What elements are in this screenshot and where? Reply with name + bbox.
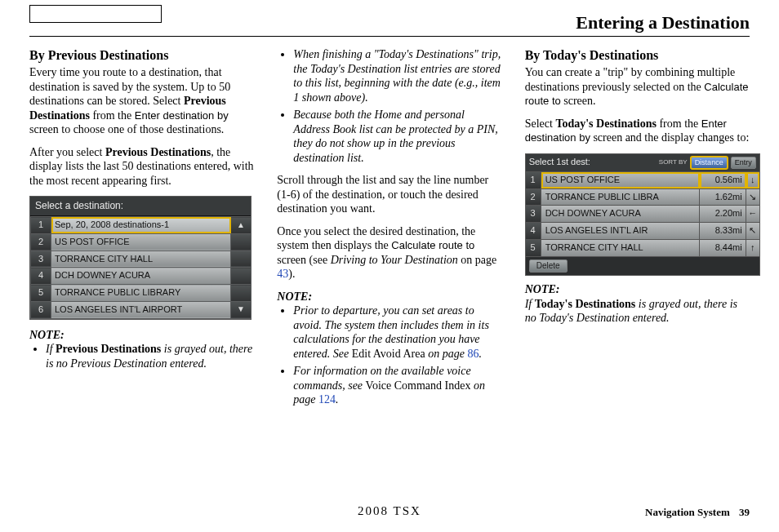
sort-entry-button[interactable]: Entry (731, 157, 756, 169)
para-today-2: Select Today's Destinations from the Ent… (525, 117, 750, 145)
direction-icon: ↑ (746, 240, 759, 256)
list-item[interactable]: 1 US POST OFFICE 0.56mi ↓ (526, 171, 759, 188)
list-item[interactable]: 4 LOS ANGELES INT'L AIR 8.33mi ↖ (526, 222, 759, 239)
note-item: For information on the available voice c… (293, 364, 501, 407)
text: ). (288, 268, 295, 280)
footer-right: Navigation System 39 (645, 506, 750, 519)
text: from the (657, 117, 701, 130)
scroll-down-icon[interactable]: ▼ (231, 301, 252, 318)
nav2-header: Select 1st dest: SORT BY Distance Entry (526, 154, 759, 171)
para-prev-1: Every time you route to a destination, t… (29, 65, 254, 137)
list-item[interactable]: 2 US POST OFFICE (31, 233, 252, 250)
list-item-label: US POST OFFICE (51, 233, 231, 250)
para-scroll: Scroll through the list and say the line… (277, 173, 501, 216)
list-item-distance: 8.44mi (700, 240, 746, 256)
note-heading: NOTE: (29, 328, 254, 343)
scrollbar-track (231, 233, 252, 250)
text: If (525, 298, 535, 310)
page-title: Entering a Destination (576, 11, 750, 34)
direction-icon: ↘ (746, 189, 759, 206)
italic-ref: Driving to Your Destination (331, 254, 458, 266)
text: from the (90, 109, 135, 122)
list-item[interactable]: 1 Sep, 20, 2008 destinations-1 ▲ (31, 217, 252, 234)
list-item-distance: 2.20mi (700, 206, 746, 222)
scroll-up-icon[interactable]: ▲ (231, 217, 252, 234)
header-rule (29, 36, 750, 37)
list-item[interactable]: 5 TORRANCE CITY HALL 8.44mi ↑ (526, 239, 759, 256)
bold-term: Today's Destinations (535, 298, 636, 310)
page-number: 39 (739, 506, 750, 518)
list-item[interactable]: 3 DCH DOWNEY ACURA 2.20mi ← (526, 205, 759, 222)
nav-screen-title: Select a destination: (30, 197, 251, 216)
direction-icon: ↓ (746, 172, 759, 188)
text: . (336, 393, 339, 406)
text: on page (458, 254, 496, 266)
list-item-num: 3 (31, 250, 51, 268)
note-heading: NOTE: (525, 282, 750, 297)
note-item: Prior to departure, you can set areas to… (293, 304, 501, 361)
top-empty-box (29, 5, 162, 23)
list-item-num: 2 (31, 233, 51, 250)
text: Select (525, 117, 556, 130)
footer-label: Navigation System (645, 506, 730, 518)
note-list: Prior to departure, you can set areas to… (277, 304, 501, 407)
sort-distance-button[interactable]: Distance (691, 157, 728, 169)
list-item-num: 4 (31, 268, 51, 285)
list-item[interactable]: 3 TORRANCE CITY HALL (31, 250, 252, 268)
heading-todays-destinations: By Today's Destinations (525, 47, 750, 64)
list-item-distance: 1.62mi (700, 189, 746, 206)
ui-term: Edit Avoid Area (352, 348, 425, 360)
columns: By Previous Destinations Every time you … (29, 47, 750, 483)
text: screen to choose one of those destinatio… (29, 123, 224, 135)
text: on page (425, 348, 468, 360)
nav2-footer: Delete (526, 256, 759, 276)
list-item-label: LOS ANGELES INT'L AIRPORT (51, 301, 231, 318)
page-link[interactable]: 86 (467, 348, 479, 360)
ui-term: Voice Command Index (366, 379, 471, 392)
col-3: By Today's Destinations You can create a… (525, 47, 750, 483)
text: After you select (29, 146, 105, 158)
list-item-label: TORRANCE PUBLIC LIBRA (541, 189, 700, 206)
page-link[interactable]: 124 (318, 393, 336, 406)
list-item-label: US POST OFFICE (541, 172, 700, 188)
list-item-label: DCH DOWNEY ACURA (541, 206, 700, 222)
list-item-num: 1 (31, 217, 51, 234)
list-item-num: 1 (526, 172, 541, 188)
para-today-1: You can create a "trip" by combining mul… (525, 65, 750, 109)
note-item: If Today's Destinations is grayed out, t… (525, 297, 750, 326)
scrollbar-track (231, 250, 252, 268)
delete-button[interactable]: Delete (529, 259, 568, 273)
bold-term: Previous Destinations (105, 146, 211, 158)
direction-icon: ← (746, 206, 759, 222)
list-item-num: 4 (526, 223, 541, 239)
page-link[interactable]: 43 (277, 268, 288, 280)
bold-term: Today's Destinations (555, 117, 657, 130)
note-list-continued: When finishing a "Today's Destinations" … (277, 47, 501, 165)
sort-by-label: SORT BY (659, 158, 688, 166)
note-item: Because both the Home and personal Addre… (293, 108, 501, 165)
scrollbar-track (231, 268, 252, 285)
list-item[interactable]: 5 TORRANCE PUBLIC LIBRARY (31, 285, 252, 302)
list-item-num: 6 (31, 301, 51, 318)
list-item-label: Sep, 20, 2008 destinations-1 (51, 217, 231, 234)
text: . (479, 348, 482, 360)
nav-screen-select-destination: Select a destination: 1 Sep, 20, 2008 de… (29, 196, 252, 320)
col-2: When finishing a "Today's Destinations" … (277, 47, 501, 483)
direction-icon: ↖ (746, 223, 759, 239)
text: screen and the display changes to: (590, 131, 749, 144)
note-item: When finishing a "Today's Destinations" … (293, 47, 501, 104)
nav2-title: Select 1st dest: (529, 157, 590, 168)
text: screen. (561, 95, 596, 107)
para-calc-route: Once you select the desired destination,… (277, 224, 501, 282)
nav-list: 1 Sep, 20, 2008 destinations-1 ▲ 2 US PO… (30, 216, 252, 319)
list-item[interactable]: 6 LOS ANGELES INT'L AIRPORT ▼ (31, 301, 252, 318)
list-item[interactable]: 4 DCH DOWNEY ACURA (31, 268, 252, 285)
list-item-label: TORRANCE PUBLIC LIBRARY (51, 285, 231, 302)
scrollbar-track (231, 285, 252, 302)
text: If (46, 343, 56, 355)
list-item-num: 5 (31, 285, 51, 302)
list-item-num: 2 (526, 189, 541, 206)
list-item-label: DCH DOWNEY ACURA (51, 268, 231, 285)
list-item-label: LOS ANGELES INT'L AIR (541, 223, 700, 239)
list-item[interactable]: 2 TORRANCE PUBLIC LIBRA 1.62mi ↘ (526, 188, 759, 206)
